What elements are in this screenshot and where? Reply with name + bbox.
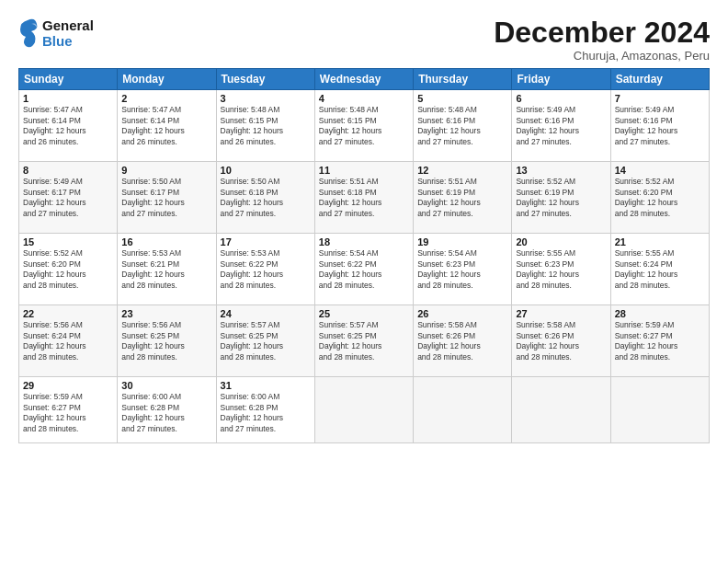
week-row-5: 29Sunrise: 5:59 AM Sunset: 6:27 PM Dayli… bbox=[19, 377, 710, 443]
day-number: 14 bbox=[615, 165, 705, 176]
day-number: 11 bbox=[319, 165, 409, 176]
weekday-header-saturday: Saturday bbox=[610, 69, 709, 90]
calendar-cell: 30Sunrise: 6:00 AM Sunset: 6:28 PM Dayli… bbox=[118, 377, 216, 443]
day-number: 9 bbox=[121, 165, 211, 176]
calendar-cell: 29Sunrise: 5:59 AM Sunset: 6:27 PM Dayli… bbox=[19, 377, 118, 443]
calendar-cell: 13Sunrise: 5:52 AM Sunset: 6:19 PM Dayli… bbox=[512, 162, 610, 234]
day-info: Sunrise: 5:49 AM Sunset: 6:17 PM Dayligh… bbox=[23, 177, 113, 219]
day-number: 12 bbox=[417, 165, 507, 176]
day-number: 7 bbox=[615, 93, 705, 104]
logo-bird-icon bbox=[18, 17, 39, 50]
calendar-cell: 18Sunrise: 5:54 AM Sunset: 6:22 PM Dayli… bbox=[314, 234, 413, 305]
day-number: 15 bbox=[23, 236, 113, 247]
day-number: 1 bbox=[23, 93, 113, 104]
day-number: 22 bbox=[23, 308, 113, 319]
calendar-cell: 14Sunrise: 5:52 AM Sunset: 6:20 PM Dayli… bbox=[610, 162, 709, 234]
day-number: 8 bbox=[23, 165, 113, 176]
day-info: Sunrise: 5:55 AM Sunset: 6:24 PM Dayligh… bbox=[615, 248, 705, 291]
day-number: 6 bbox=[516, 93, 606, 104]
day-number: 27 bbox=[516, 308, 606, 319]
header: General Blue December 2024 Churuja, Amaz… bbox=[18, 17, 710, 63]
calendar-cell bbox=[610, 377, 709, 443]
calendar-cell: 15Sunrise: 5:52 AM Sunset: 6:20 PM Dayli… bbox=[19, 234, 118, 305]
calendar-cell: 9Sunrise: 5:50 AM Sunset: 6:17 PM Daylig… bbox=[118, 162, 216, 234]
title-block: December 2024 Churuja, Amazonas, Peru bbox=[494, 17, 710, 63]
day-info: Sunrise: 6:00 AM Sunset: 6:28 PM Dayligh… bbox=[221, 392, 311, 434]
calendar-cell: 16Sunrise: 5:53 AM Sunset: 6:21 PM Dayli… bbox=[118, 234, 216, 305]
calendar-cell: 28Sunrise: 5:59 AM Sunset: 6:27 PM Dayli… bbox=[610, 305, 709, 377]
calendar-cell: 10Sunrise: 5:50 AM Sunset: 6:18 PM Dayli… bbox=[216, 162, 314, 234]
week-row-1: 1Sunrise: 5:47 AM Sunset: 6:14 PM Daylig… bbox=[19, 90, 710, 162]
calendar-cell bbox=[512, 377, 610, 443]
calendar-cell: 12Sunrise: 5:51 AM Sunset: 6:19 PM Dayli… bbox=[414, 162, 512, 234]
day-info: Sunrise: 5:47 AM Sunset: 6:14 PM Dayligh… bbox=[121, 105, 211, 147]
day-number: 19 bbox=[417, 236, 507, 247]
day-number: 20 bbox=[516, 236, 606, 247]
week-row-3: 15Sunrise: 5:52 AM Sunset: 6:20 PM Dayli… bbox=[19, 234, 710, 305]
weekday-header-thursday: Thursday bbox=[414, 69, 512, 90]
day-info: Sunrise: 5:58 AM Sunset: 6:26 PM Dayligh… bbox=[516, 320, 606, 362]
day-number: 24 bbox=[221, 308, 311, 319]
day-number: 26 bbox=[417, 308, 507, 319]
day-info: Sunrise: 5:54 AM Sunset: 6:22 PM Dayligh… bbox=[319, 248, 409, 291]
day-info: Sunrise: 5:49 AM Sunset: 6:16 PM Dayligh… bbox=[615, 105, 705, 147]
day-info: Sunrise: 5:53 AM Sunset: 6:22 PM Dayligh… bbox=[221, 248, 311, 291]
day-info: Sunrise: 5:52 AM Sunset: 6:20 PM Dayligh… bbox=[615, 177, 705, 219]
month-title: December 2024 bbox=[494, 17, 710, 49]
calendar-cell: 11Sunrise: 5:51 AM Sunset: 6:18 PM Dayli… bbox=[314, 162, 413, 234]
calendar-cell: 5Sunrise: 5:48 AM Sunset: 6:16 PM Daylig… bbox=[414, 90, 512, 162]
calendar-cell: 25Sunrise: 5:57 AM Sunset: 6:25 PM Dayli… bbox=[314, 305, 413, 377]
calendar-cell: 20Sunrise: 5:55 AM Sunset: 6:23 PM Dayli… bbox=[512, 234, 610, 305]
day-number: 17 bbox=[221, 236, 311, 247]
day-info: Sunrise: 5:50 AM Sunset: 6:18 PM Dayligh… bbox=[221, 177, 311, 219]
day-info: Sunrise: 5:52 AM Sunset: 6:19 PM Dayligh… bbox=[516, 177, 606, 219]
day-number: 16 bbox=[121, 236, 211, 247]
calendar-cell: 17Sunrise: 5:53 AM Sunset: 6:22 PM Dayli… bbox=[216, 234, 314, 305]
day-info: Sunrise: 5:59 AM Sunset: 6:27 PM Dayligh… bbox=[23, 392, 113, 434]
day-number: 28 bbox=[615, 308, 705, 319]
calendar-cell: 2Sunrise: 5:47 AM Sunset: 6:14 PM Daylig… bbox=[118, 90, 216, 162]
calendar-cell bbox=[314, 377, 413, 443]
weekday-header-sunday: Sunday bbox=[19, 69, 118, 90]
calendar-cell: 7Sunrise: 5:49 AM Sunset: 6:16 PM Daylig… bbox=[610, 90, 709, 162]
weekday-header-row: SundayMondayTuesdayWednesdayThursdayFrid… bbox=[19, 69, 710, 90]
subtitle: Churuja, Amazonas, Peru bbox=[494, 49, 710, 63]
day-info: Sunrise: 5:56 AM Sunset: 6:24 PM Dayligh… bbox=[23, 320, 113, 362]
day-info: Sunrise: 5:51 AM Sunset: 6:18 PM Dayligh… bbox=[319, 177, 409, 219]
calendar-cell: 4Sunrise: 5:48 AM Sunset: 6:15 PM Daylig… bbox=[314, 90, 413, 162]
day-info: Sunrise: 5:52 AM Sunset: 6:20 PM Dayligh… bbox=[23, 248, 113, 291]
day-number: 25 bbox=[319, 308, 409, 319]
day-number: 2 bbox=[121, 93, 211, 104]
calendar-cell: 3Sunrise: 5:48 AM Sunset: 6:15 PM Daylig… bbox=[216, 90, 314, 162]
day-info: Sunrise: 5:54 AM Sunset: 6:23 PM Dayligh… bbox=[417, 248, 507, 291]
logo: General Blue bbox=[18, 17, 94, 50]
day-info: Sunrise: 5:47 AM Sunset: 6:14 PM Dayligh… bbox=[23, 105, 113, 147]
day-number: 13 bbox=[516, 165, 606, 176]
day-number: 18 bbox=[319, 236, 409, 247]
calendar-table: SundayMondayTuesdayWednesdayThursdayFrid… bbox=[18, 68, 710, 443]
weekday-header-wednesday: Wednesday bbox=[314, 69, 413, 90]
day-number: 23 bbox=[121, 308, 211, 319]
calendar-cell: 6Sunrise: 5:49 AM Sunset: 6:16 PM Daylig… bbox=[512, 90, 610, 162]
day-number: 21 bbox=[615, 236, 705, 247]
calendar-cell: 22Sunrise: 5:56 AM Sunset: 6:24 PM Dayli… bbox=[19, 305, 118, 377]
calendar-cell: 31Sunrise: 6:00 AM Sunset: 6:28 PM Dayli… bbox=[216, 377, 314, 443]
day-info: Sunrise: 5:57 AM Sunset: 6:25 PM Dayligh… bbox=[319, 320, 409, 362]
week-row-2: 8Sunrise: 5:49 AM Sunset: 6:17 PM Daylig… bbox=[19, 162, 710, 234]
day-info: Sunrise: 5:57 AM Sunset: 6:25 PM Dayligh… bbox=[221, 320, 311, 362]
calendar-cell: 24Sunrise: 5:57 AM Sunset: 6:25 PM Dayli… bbox=[216, 305, 314, 377]
calendar-cell: 21Sunrise: 5:55 AM Sunset: 6:24 PM Dayli… bbox=[610, 234, 709, 305]
day-number: 30 bbox=[121, 380, 211, 391]
calendar-cell: 27Sunrise: 5:58 AM Sunset: 6:26 PM Dayli… bbox=[512, 305, 610, 377]
logo-general: General bbox=[42, 17, 94, 33]
day-number: 29 bbox=[23, 380, 113, 391]
logo-blue: Blue bbox=[42, 33, 94, 49]
day-info: Sunrise: 5:51 AM Sunset: 6:19 PM Dayligh… bbox=[417, 177, 507, 219]
day-info: Sunrise: 6:00 AM Sunset: 6:28 PM Dayligh… bbox=[121, 392, 211, 434]
day-info: Sunrise: 5:59 AM Sunset: 6:27 PM Dayligh… bbox=[615, 320, 705, 362]
calendar-cell bbox=[414, 377, 512, 443]
day-number: 4 bbox=[319, 93, 409, 104]
day-number: 10 bbox=[221, 165, 311, 176]
calendar-cell: 26Sunrise: 5:58 AM Sunset: 6:26 PM Dayli… bbox=[414, 305, 512, 377]
day-info: Sunrise: 5:48 AM Sunset: 6:15 PM Dayligh… bbox=[221, 105, 311, 147]
